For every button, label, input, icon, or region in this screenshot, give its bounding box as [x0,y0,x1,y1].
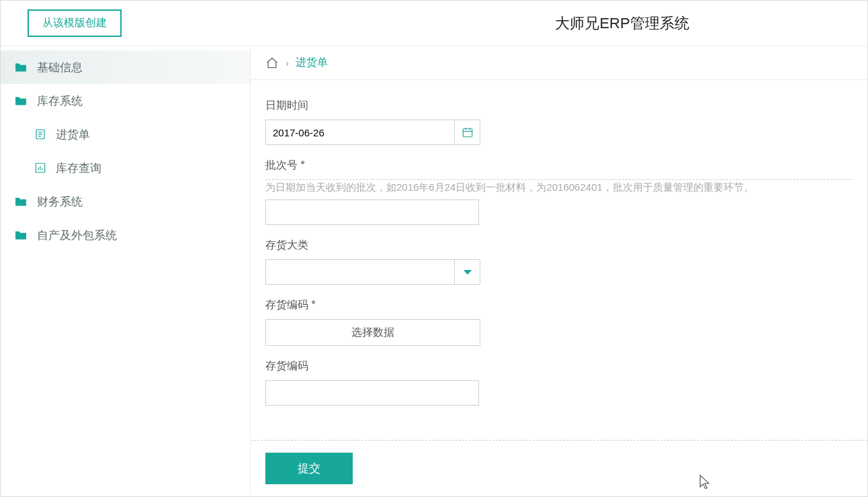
divider [265,179,853,180]
topbar: 从该模版创建 大师兄ERP管理系统 [1,1,867,46]
inventory-code-label: 存货编码 * [265,298,853,312]
sidebar-item-inventory-system[interactable]: 库存系统 [1,84,250,118]
sidebar-item-finance-system[interactable]: 财务系统 [1,185,250,218]
submit-bar: 提交 [251,440,867,496]
folder-icon [14,62,28,73]
sidebar-item-purchase-order[interactable]: 进货单 [1,118,250,151]
sidebar-item-label: 自产及外包系统 [37,228,117,243]
home-icon[interactable] [265,56,279,70]
inventory-code2-label: 存货编码 [265,359,853,373]
submit-button[interactable]: 提交 [265,453,353,484]
choose-data-button[interactable]: 选择数据 [265,319,480,346]
create-from-template-button[interactable]: 从该模版创建 [28,9,122,37]
calendar-button[interactable] [455,120,480,145]
sidebar-item-label: 进货单 [56,127,90,142]
inventory-code2-input[interactable] [265,380,479,406]
breadcrumb-separator: › [286,57,289,69]
category-select[interactable] [265,259,455,285]
folder-icon [14,196,28,207]
batch-input[interactable] [265,199,479,225]
sidebar-item-label: 财务系统 [37,194,83,210]
batch-help-text: 为日期加当天收到的批次，如2016年6月24日收到一批材料，为201606240… [265,181,853,194]
sidebar-item-label: 基础信息 [37,60,83,75]
breadcrumb-current: 进货单 [296,56,328,70]
breadcrumb: › 进货单 [251,46,867,80]
folder-icon [14,230,28,240]
sidebar-item-inventory-query[interactable]: 库存查询 [1,151,250,185]
calendar-icon [462,126,474,138]
category-label: 存货大类 [265,238,853,253]
app-title: 大师兄ERP管理系统 [555,13,689,34]
svg-rect-8 [463,129,472,137]
form-area: 日期时间 批次号 * 为日期加当天收到的批次，如2016年6月24日收到一批材料… [251,80,867,440]
chart-icon [34,162,46,174]
batch-label: 批次号 * [265,159,853,173]
folder-icon [14,95,28,106]
sidebar-item-production-outsourcing[interactable]: 自产及外包系统 [1,218,250,252]
sidebar-item-label: 库存查询 [56,161,101,176]
document-icon [34,128,46,140]
category-dropdown-toggle[interactable] [455,259,480,285]
chevron-down-icon [464,270,472,275]
sidebar-item-label: 库存系统 [37,93,83,109]
sidebar-item-basic-info[interactable]: 基础信息 [1,50,250,84]
date-input[interactable] [265,120,455,145]
sidebar: 基础信息 库存系统 进货单 库存查询 财务系统 自产及外包系统 [1,46,251,496]
date-label: 日期时间 [265,99,853,113]
